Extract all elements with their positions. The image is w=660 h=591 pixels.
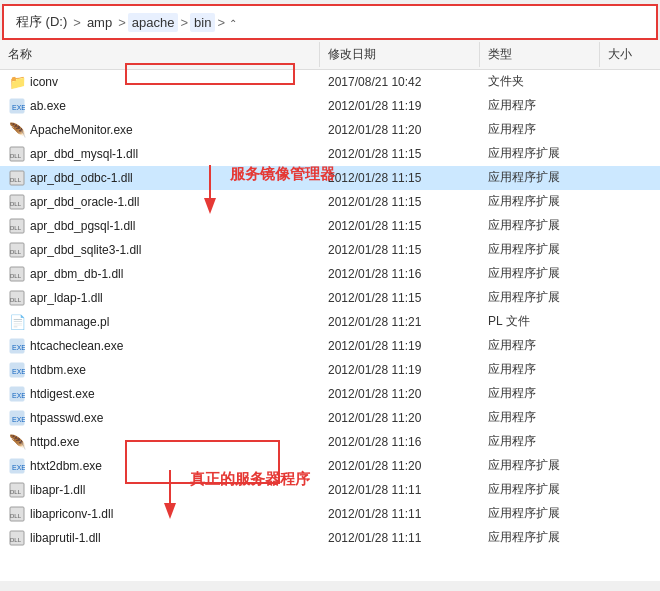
table-row[interactable]: DLL apr_dbd_sqlite3-1.dll 2012/01/28 11:…	[0, 238, 660, 262]
apache-icon: 🪶	[8, 122, 26, 138]
file-name-text: ApacheMonitor.exe	[30, 123, 133, 137]
table-row[interactable]: DLL apr_dbm_db-1.dll 2012/01/28 11:16 应用…	[0, 262, 660, 286]
exe-icon: EXE	[8, 362, 26, 378]
sep-3: >	[178, 15, 190, 30]
table-row[interactable]: EXE htdbm.exe 2012/01/28 11:19 应用程序	[0, 358, 660, 382]
table-row[interactable]: 🪶 httpd.exe 2012/01/28 11:16 应用程序	[0, 430, 660, 454]
file-date: 2012/01/28 11:15	[320, 241, 480, 259]
dll-icon: DLL	[8, 290, 26, 306]
file-type: 文件夹	[480, 71, 600, 92]
file-name: DLL apr_dbd_sqlite3-1.dll	[0, 240, 320, 260]
file-date: 2012/01/28 11:20	[320, 457, 480, 475]
file-type: 应用程序扩展	[480, 479, 600, 500]
breadcrumb-amp[interactable]: amp	[83, 13, 116, 32]
table-row[interactable]: EXE htxt2dbm.exe 2012/01/28 11:20 应用程序扩展	[0, 454, 660, 478]
file-type: 应用程序扩展	[480, 143, 600, 164]
file-type: 应用程序扩展	[480, 191, 600, 212]
column-headers: 名称 修改日期 类型 大小	[0, 40, 660, 70]
file-date: 2012/01/28 11:15	[320, 289, 480, 307]
file-name: 📁 iconv	[0, 72, 320, 92]
file-name-text: apr_ldap-1.dll	[30, 291, 103, 305]
file-size	[600, 80, 660, 84]
file-date: 2012/01/28 11:19	[320, 97, 480, 115]
svg-text:EXE: EXE	[12, 464, 25, 471]
file-size	[600, 488, 660, 492]
file-date: 2012/01/28 11:20	[320, 121, 480, 139]
file-date: 2012/01/28 11:11	[320, 505, 480, 523]
svg-text:DLL: DLL	[10, 513, 22, 519]
svg-text:DLL: DLL	[10, 297, 22, 303]
svg-text:EXE: EXE	[12, 392, 25, 399]
file-type: 应用程序	[480, 407, 600, 428]
table-row[interactable]: 📄 dbmmanage.pl 2012/01/28 11:21 PL 文件	[0, 310, 660, 334]
svg-text:DLL: DLL	[10, 273, 22, 279]
col-name[interactable]: 名称	[0, 42, 320, 67]
table-row[interactable]: DLL apr_dbd_odbc-1.dll 2012/01/28 11:15 …	[0, 166, 660, 190]
exe-icon: EXE	[8, 98, 26, 114]
svg-text:DLL: DLL	[10, 225, 22, 231]
apache-icon: 🪶	[8, 434, 26, 450]
file-name: 📄 dbmmanage.pl	[0, 312, 320, 332]
file-type: 应用程序	[480, 119, 600, 140]
file-size	[600, 272, 660, 276]
col-type[interactable]: 类型	[480, 42, 600, 67]
file-type: 应用程序扩展	[480, 215, 600, 236]
table-row[interactable]: DLL libapr-1.dll 2012/01/28 11:11 应用程序扩展	[0, 478, 660, 502]
table-row[interactable]: EXE htdigest.exe 2012/01/28 11:20 应用程序	[0, 382, 660, 406]
col-size[interactable]: 大小	[600, 42, 660, 67]
file-size	[600, 176, 660, 180]
file-name-text: iconv	[30, 75, 58, 89]
table-row[interactable]: EXE htcacheclean.exe 2012/01/28 11:19 应用…	[0, 334, 660, 358]
file-size	[600, 512, 660, 516]
file-name: EXE htxt2dbm.exe	[0, 456, 320, 476]
dll-icon: DLL	[8, 530, 26, 546]
svg-text:EXE: EXE	[12, 104, 25, 111]
table-row[interactable]: DLL apr_dbd_oracle-1.dll 2012/01/28 11:1…	[0, 190, 660, 214]
svg-text:DLL: DLL	[10, 537, 22, 543]
file-type: 应用程序扩展	[480, 287, 600, 308]
file-name: EXE ab.exe	[0, 96, 320, 116]
file-type: 应用程序扩展	[480, 167, 600, 188]
address-bar[interactable]: 程序 (D:) > amp > apache > bin > ⌃	[2, 4, 658, 40]
file-size	[600, 536, 660, 540]
address-caret: ⌃	[229, 18, 237, 29]
table-row[interactable]: 🪶 ApacheMonitor.exe 2012/01/28 11:20 应用程…	[0, 118, 660, 142]
breadcrumb-bin[interactable]: bin	[190, 13, 215, 32]
table-row[interactable]: DLL apr_dbd_pgsql-1.dll 2012/01/28 11:15…	[0, 214, 660, 238]
table-row[interactable]: DLL apr_dbd_mysql-1.dll 2012/01/28 11:15…	[0, 142, 660, 166]
breadcrumb-apache[interactable]: apache	[128, 13, 179, 32]
pl-icon: 📄	[8, 314, 26, 330]
file-date: 2012/01/28 11:20	[320, 409, 480, 427]
file-name: DLL apr_dbd_oracle-1.dll	[0, 192, 320, 212]
svg-text:DLL: DLL	[10, 201, 22, 207]
svg-text:DLL: DLL	[10, 489, 22, 495]
exe-icon: EXE	[8, 410, 26, 426]
file-name: DLL apr_dbd_odbc-1.dll	[0, 168, 320, 188]
file-type: 应用程序扩展	[480, 455, 600, 476]
table-row[interactable]: 📁 iconv 2017/08/21 10:42 文件夹	[0, 70, 660, 94]
exe-icon: EXE	[8, 338, 26, 354]
file-name-text: htdigest.exe	[30, 387, 95, 401]
breadcrumb-drive[interactable]: 程序 (D:)	[12, 11, 71, 33]
table-row[interactable]: DLL apr_ldap-1.dll 2012/01/28 11:15 应用程序…	[0, 286, 660, 310]
dll-icon: DLL	[8, 482, 26, 498]
col-date[interactable]: 修改日期	[320, 42, 480, 67]
file-type: 应用程序	[480, 335, 600, 356]
dll-icon: DLL	[8, 266, 26, 282]
table-row[interactable]: DLL libapriconv-1.dll 2012/01/28 11:11 应…	[0, 502, 660, 526]
file-name: DLL libapr-1.dll	[0, 480, 320, 500]
table-row[interactable]: EXE ab.exe 2012/01/28 11:19 应用程序	[0, 94, 660, 118]
svg-text:EXE: EXE	[12, 344, 25, 351]
svg-text:DLL: DLL	[10, 153, 22, 159]
file-name-text: libapr-1.dll	[30, 483, 85, 497]
file-date: 2012/01/28 11:15	[320, 217, 480, 235]
file-name-text: htcacheclean.exe	[30, 339, 123, 353]
file-size	[600, 104, 660, 108]
file-name-text: htpasswd.exe	[30, 411, 103, 425]
table-row[interactable]: DLL libaprutil-1.dll 2012/01/28 11:11 应用…	[0, 526, 660, 550]
table-row[interactable]: EXE htpasswd.exe 2012/01/28 11:20 应用程序	[0, 406, 660, 430]
file-size	[600, 224, 660, 228]
file-date: 2012/01/28 11:19	[320, 361, 480, 379]
file-size	[600, 344, 660, 348]
file-name: DLL apr_dbm_db-1.dll	[0, 264, 320, 284]
